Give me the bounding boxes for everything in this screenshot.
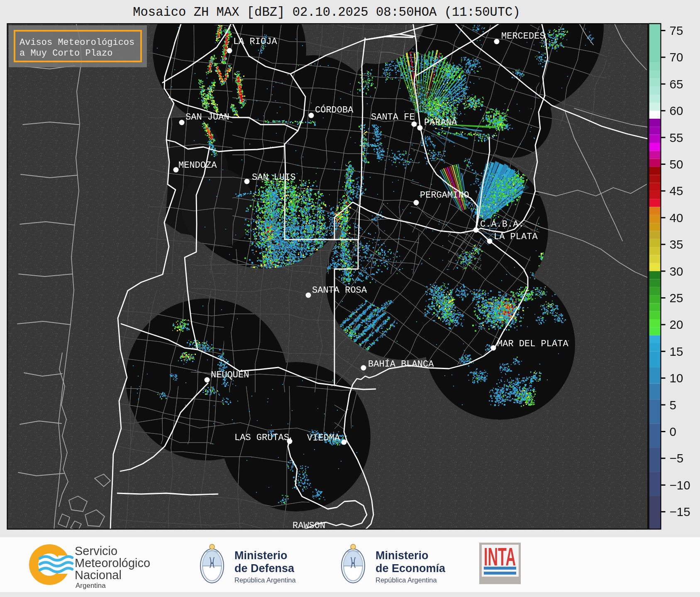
- svg-text:SANTA ROSA: SANTA ROSA: [312, 285, 367, 296]
- svg-text:Ministerio: Ministerio: [376, 549, 429, 562]
- svg-text:Argentina: Argentina: [76, 582, 106, 590]
- svg-text:75: 75: [670, 24, 683, 37]
- svg-text:45: 45: [670, 184, 683, 198]
- svg-text:SANTA FE: SANTA FE: [371, 112, 415, 122]
- svg-text:a Muy Corto Plazo: a Muy Corto Plazo: [20, 48, 112, 59]
- svg-text:SAN JUAN: SAN JUAN: [185, 112, 229, 122]
- svg-text:SAN LUIS: SAN LUIS: [252, 172, 296, 183]
- svg-text:10: 10: [670, 371, 683, 385]
- svg-text:República Argentina: República Argentina: [376, 576, 437, 584]
- svg-text:Avisos Meteorológicos: Avisos Meteorológicos: [20, 37, 134, 48]
- svg-text:VIEDMA: VIEDMA: [307, 433, 340, 443]
- svg-text:de Economía: de Economía: [376, 562, 446, 575]
- svg-text:−15: −15: [670, 505, 690, 519]
- svg-text:Mosaico ZH MAX [dBZ] 02.10.202: Mosaico ZH MAX [dBZ] 02.10.2025 08:50HOA…: [133, 5, 520, 20]
- svg-text:LA PLATA: LA PLATA: [494, 232, 538, 242]
- svg-text:MERCEDES: MERCEDES: [501, 31, 545, 42]
- svg-text:PERGAMINO: PERGAMINO: [420, 190, 469, 201]
- svg-text:de Defensa: de Defensa: [234, 562, 295, 575]
- svg-text:20: 20: [670, 318, 683, 331]
- svg-text:LAS GRUTAS: LAS GRUTAS: [234, 433, 289, 443]
- svg-text:C.A.B.A.: C.A.B.A.: [480, 219, 524, 230]
- svg-text:50: 50: [670, 157, 683, 171]
- svg-text:Ministerio: Ministerio: [234, 549, 288, 562]
- svg-text:−5: −5: [670, 451, 684, 465]
- svg-text:CÓRDOBA: CÓRDOBA: [315, 105, 354, 115]
- svg-text:PARANÁ: PARANÁ: [424, 117, 457, 128]
- svg-text:25: 25: [670, 291, 683, 305]
- svg-text:70: 70: [670, 50, 683, 64]
- svg-text:Servicio: Servicio: [75, 544, 117, 558]
- svg-text:0: 0: [670, 425, 676, 438]
- svg-text:30: 30: [670, 264, 683, 278]
- svg-text:5: 5: [670, 398, 676, 412]
- svg-text:55: 55: [670, 131, 683, 144]
- svg-text:MAR DEL PLATA: MAR DEL PLATA: [497, 339, 568, 349]
- svg-text:Nacional: Nacional: [75, 568, 122, 582]
- svg-text:Meteorológico: Meteorológico: [75, 556, 150, 570]
- svg-text:LA RIOJA: LA RIOJA: [233, 37, 277, 47]
- svg-text:BAHÍA BLANCA: BAHÍA BLANCA: [368, 359, 434, 369]
- svg-text:República Argentina: República Argentina: [234, 576, 296, 584]
- svg-text:60: 60: [670, 104, 683, 117]
- svg-text:−10: −10: [670, 478, 690, 492]
- svg-text:MENDOZA: MENDOZA: [178, 160, 217, 171]
- svg-text:40: 40: [670, 211, 683, 225]
- svg-text:15: 15: [670, 345, 683, 358]
- svg-text:NEUQUÉN: NEUQUÉN: [211, 369, 249, 380]
- svg-text:65: 65: [670, 77, 683, 91]
- svg-text:INTA: INTA: [484, 542, 516, 571]
- svg-text:35: 35: [670, 237, 683, 251]
